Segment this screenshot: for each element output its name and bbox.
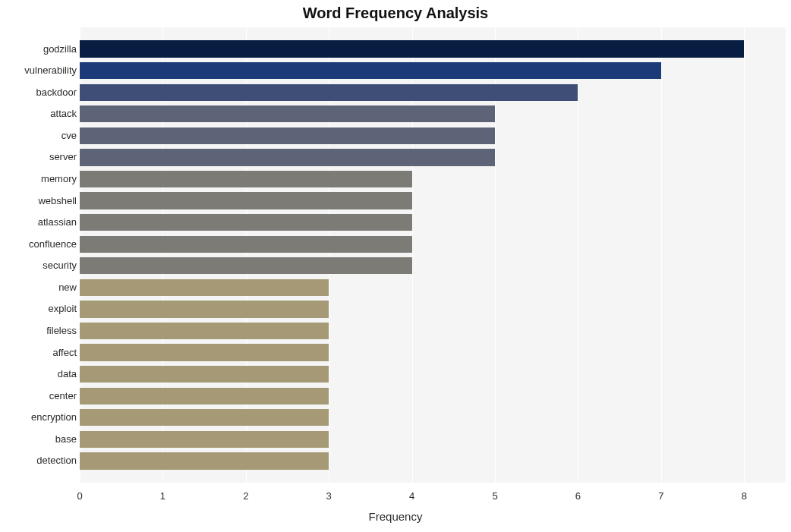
bar [80, 62, 661, 79]
y-tick-label: detection [5, 452, 77, 469]
x-axis-title: Frequency [0, 510, 791, 523]
bar [80, 388, 329, 405]
x-tick-label: 0 [77, 490, 82, 502]
x-tick-label: 4 [409, 490, 414, 502]
chart-container: Word Frequency Analysis Frequency 012345… [0, 0, 791, 532]
bar [80, 344, 329, 360]
x-tick-label: 8 [742, 490, 747, 502]
y-tick-label: attack [5, 105, 77, 122]
grid-line [578, 27, 578, 483]
bar [80, 366, 329, 382]
y-tick-label: godzilla [5, 41, 77, 58]
y-tick-label: server [5, 149, 77, 165]
bar [80, 257, 412, 274]
bar [80, 171, 412, 187]
bar [80, 323, 329, 339]
x-tick-label: 6 [575, 490, 581, 502]
bar [80, 149, 495, 165]
bar [80, 409, 329, 426]
plot-area [80, 27, 786, 483]
y-tick-label: data [5, 366, 77, 382]
x-tick-label: 2 [243, 490, 248, 502]
bar [80, 236, 412, 253]
x-tick-label: 1 [160, 490, 165, 502]
y-tick-label: cve [5, 127, 77, 144]
bar [80, 431, 329, 448]
x-tick-label: 7 [658, 490, 663, 502]
bar [80, 192, 412, 209]
y-tick-label: memory [5, 171, 77, 187]
grid-line [661, 27, 662, 483]
y-tick-label: backdoor [5, 84, 77, 101]
bar [80, 105, 495, 122]
grid-line [744, 27, 745, 483]
bar [80, 84, 578, 101]
y-tick-label: fileless [5, 323, 77, 339]
y-tick-label: center [5, 388, 77, 405]
y-tick-label: base [5, 431, 77, 448]
y-tick-label: confluence [5, 236, 77, 253]
y-tick-label: security [5, 257, 77, 274]
y-tick-label: new [5, 279, 77, 296]
chart-title: Word Frequency Analysis [0, 5, 791, 22]
bar [80, 127, 495, 144]
bar [80, 40, 744, 57]
bar [80, 279, 329, 296]
x-tick-label: 5 [492, 490, 497, 502]
y-tick-label: webshell [5, 193, 77, 209]
bar [80, 214, 412, 231]
y-tick-label: encryption [5, 409, 77, 426]
y-tick-label: atlassian [5, 214, 77, 231]
y-tick-label: exploit [5, 301, 77, 317]
bar [80, 452, 329, 469]
x-tick-label: 3 [326, 490, 332, 502]
bar [80, 301, 329, 317]
y-tick-label: affect [5, 345, 77, 361]
y-tick-label: vulnerability [5, 62, 77, 79]
